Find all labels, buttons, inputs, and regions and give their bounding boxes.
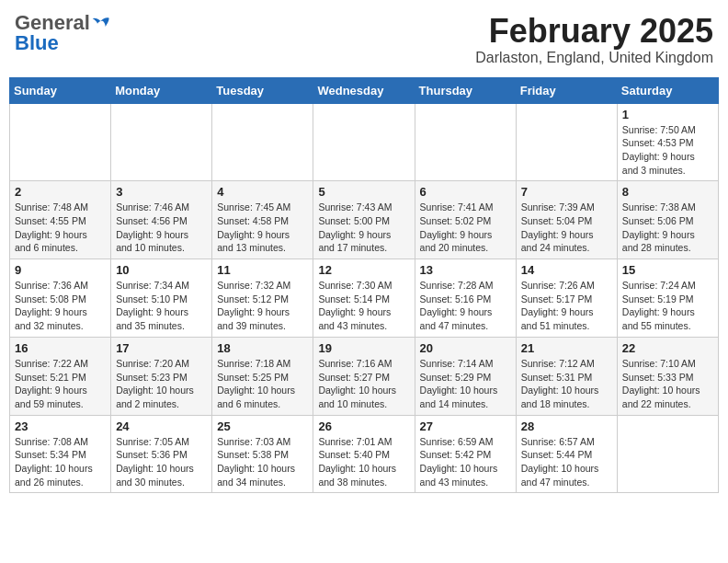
calendar-cell: 24Sunrise: 7:05 AM Sunset: 5:36 PM Dayli… xyxy=(111,415,212,493)
calendar-cell xyxy=(516,103,617,181)
day-info: Sunrise: 7:12 AM Sunset: 5:31 PM Dayligh… xyxy=(521,357,612,411)
weekday-header-friday: Friday xyxy=(516,77,617,103)
title-area: February 2025 Darlaston, England, United… xyxy=(475,13,713,66)
day-info: Sunrise: 7:24 AM Sunset: 5:19 PM Dayligh… xyxy=(622,279,713,333)
weekday-header-monday: Monday xyxy=(111,77,212,103)
day-info: Sunrise: 7:05 AM Sunset: 5:36 PM Dayligh… xyxy=(116,435,207,489)
calendar-cell: 6Sunrise: 7:41 AM Sunset: 5:02 PM Daylig… xyxy=(415,181,516,259)
day-number: 8 xyxy=(622,185,713,199)
weekday-header-saturday: Saturday xyxy=(617,77,718,103)
day-info: Sunrise: 7:46 AM Sunset: 4:56 PM Dayligh… xyxy=(116,201,207,255)
calendar-cell: 13Sunrise: 7:28 AM Sunset: 5:16 PM Dayli… xyxy=(415,259,516,338)
weekday-header-sunday: Sunday xyxy=(10,77,111,103)
calendar-cell: 14Sunrise: 7:26 AM Sunset: 5:17 PM Dayli… xyxy=(516,259,617,338)
calendar-week-5: 23Sunrise: 7:08 AM Sunset: 5:34 PM Dayli… xyxy=(10,415,719,493)
calendar-cell: 18Sunrise: 7:18 AM Sunset: 5:25 PM Dayli… xyxy=(212,337,313,415)
calendar-cell: 3Sunrise: 7:46 AM Sunset: 4:56 PM Daylig… xyxy=(111,181,212,259)
day-info: Sunrise: 7:34 AM Sunset: 5:10 PM Dayligh… xyxy=(116,279,207,333)
calendar-cell: 27Sunrise: 6:59 AM Sunset: 5:42 PM Dayli… xyxy=(415,415,516,493)
day-number: 18 xyxy=(217,341,308,355)
calendar-week-1: 1Sunrise: 7:50 AM Sunset: 4:53 PM Daylig… xyxy=(10,103,719,181)
calendar-cell xyxy=(111,103,212,181)
day-info: Sunrise: 7:16 AM Sunset: 5:27 PM Dayligh… xyxy=(318,357,409,411)
day-info: Sunrise: 7:18 AM Sunset: 5:25 PM Dayligh… xyxy=(217,357,308,411)
calendar-cell: 12Sunrise: 7:30 AM Sunset: 5:14 PM Dayli… xyxy=(313,259,415,338)
day-number: 20 xyxy=(420,341,511,355)
day-number: 23 xyxy=(15,419,106,433)
calendar-cell: 20Sunrise: 7:14 AM Sunset: 5:29 PM Dayli… xyxy=(415,337,516,415)
day-info: Sunrise: 7:30 AM Sunset: 5:14 PM Dayligh… xyxy=(318,279,409,333)
day-info: Sunrise: 7:20 AM Sunset: 5:23 PM Dayligh… xyxy=(116,357,207,411)
logo: General Blue xyxy=(15,13,110,53)
logo-general-text: General xyxy=(15,13,90,33)
day-info: Sunrise: 7:36 AM Sunset: 5:08 PM Dayligh… xyxy=(15,279,106,333)
calendar-cell: 2Sunrise: 7:48 AM Sunset: 4:55 PM Daylig… xyxy=(10,181,111,259)
day-number: 16 xyxy=(15,341,106,355)
calendar-cell: 8Sunrise: 7:38 AM Sunset: 5:06 PM Daylig… xyxy=(617,181,718,259)
day-info: Sunrise: 7:45 AM Sunset: 4:58 PM Dayligh… xyxy=(217,201,308,255)
day-number: 22 xyxy=(622,341,713,355)
calendar-cell: 28Sunrise: 6:57 AM Sunset: 5:44 PM Dayli… xyxy=(516,415,617,493)
day-number: 14 xyxy=(521,263,612,277)
day-number: 26 xyxy=(318,419,409,433)
calendar-cell: 1Sunrise: 7:50 AM Sunset: 4:53 PM Daylig… xyxy=(617,103,718,181)
logo-bird-icon xyxy=(92,16,110,30)
calendar-cell: 5Sunrise: 7:43 AM Sunset: 5:00 PM Daylig… xyxy=(313,181,415,259)
calendar-cell xyxy=(313,103,415,181)
calendar-cell: 11Sunrise: 7:32 AM Sunset: 5:12 PM Dayli… xyxy=(212,259,313,338)
day-info: Sunrise: 7:38 AM Sunset: 5:06 PM Dayligh… xyxy=(622,201,713,255)
day-number: 21 xyxy=(521,341,612,355)
day-number: 13 xyxy=(420,263,511,277)
day-number: 17 xyxy=(116,341,207,355)
calendar: SundayMondayTuesdayWednesdayThursdayFrid… xyxy=(9,77,719,494)
day-info: Sunrise: 7:43 AM Sunset: 5:00 PM Dayligh… xyxy=(318,201,409,255)
day-number: 28 xyxy=(521,419,612,433)
day-info: Sunrise: 7:10 AM Sunset: 5:33 PM Dayligh… xyxy=(622,357,713,411)
location-text: Darlaston, England, United Kingdom xyxy=(475,50,713,66)
day-number: 24 xyxy=(116,419,207,433)
calendar-week-3: 9Sunrise: 7:36 AM Sunset: 5:08 PM Daylig… xyxy=(10,259,719,338)
day-info: Sunrise: 7:26 AM Sunset: 5:17 PM Dayligh… xyxy=(521,279,612,333)
day-info: Sunrise: 7:48 AM Sunset: 4:55 PM Dayligh… xyxy=(15,201,106,255)
calendar-cell xyxy=(415,103,516,181)
weekday-header-thursday: Thursday xyxy=(415,77,516,103)
day-info: Sunrise: 7:50 AM Sunset: 4:53 PM Dayligh… xyxy=(622,123,713,178)
calendar-cell: 10Sunrise: 7:34 AM Sunset: 5:10 PM Dayli… xyxy=(111,259,212,338)
day-info: Sunrise: 6:59 AM Sunset: 5:42 PM Dayligh… xyxy=(420,435,511,489)
weekday-header-row: SundayMondayTuesdayWednesdayThursdayFrid… xyxy=(10,77,719,103)
calendar-cell: 19Sunrise: 7:16 AM Sunset: 5:27 PM Dayli… xyxy=(313,337,415,415)
calendar-cell: 23Sunrise: 7:08 AM Sunset: 5:34 PM Dayli… xyxy=(10,415,111,493)
calendar-cell: 7Sunrise: 7:39 AM Sunset: 5:04 PM Daylig… xyxy=(516,181,617,259)
calendar-cell: 21Sunrise: 7:12 AM Sunset: 5:31 PM Dayli… xyxy=(516,337,617,415)
calendar-cell: 15Sunrise: 7:24 AM Sunset: 5:19 PM Dayli… xyxy=(617,259,718,338)
day-number: 11 xyxy=(217,263,308,277)
day-number: 7 xyxy=(521,185,612,199)
day-info: Sunrise: 7:41 AM Sunset: 5:02 PM Dayligh… xyxy=(420,201,511,255)
day-number: 4 xyxy=(217,185,308,199)
day-number: 10 xyxy=(116,263,207,277)
calendar-cell: 22Sunrise: 7:10 AM Sunset: 5:33 PM Dayli… xyxy=(617,337,718,415)
weekday-header-tuesday: Tuesday xyxy=(212,77,313,103)
day-number: 9 xyxy=(15,263,106,277)
day-info: Sunrise: 6:57 AM Sunset: 5:44 PM Dayligh… xyxy=(521,435,612,489)
calendar-cell xyxy=(617,415,718,493)
logo-blue-text: Blue xyxy=(15,33,59,53)
day-info: Sunrise: 7:28 AM Sunset: 5:16 PM Dayligh… xyxy=(420,279,511,333)
month-title: February 2025 xyxy=(475,13,713,50)
calendar-cell: 9Sunrise: 7:36 AM Sunset: 5:08 PM Daylig… xyxy=(10,259,111,338)
day-number: 27 xyxy=(420,419,511,433)
day-info: Sunrise: 7:03 AM Sunset: 5:38 PM Dayligh… xyxy=(217,435,308,489)
day-number: 15 xyxy=(622,263,713,277)
calendar-cell: 25Sunrise: 7:03 AM Sunset: 5:38 PM Dayli… xyxy=(212,415,313,493)
day-number: 2 xyxy=(15,185,106,199)
calendar-cell: 4Sunrise: 7:45 AM Sunset: 4:58 PM Daylig… xyxy=(212,181,313,259)
day-number: 1 xyxy=(622,108,713,121)
weekday-header-wednesday: Wednesday xyxy=(313,77,415,103)
calendar-cell xyxy=(212,103,313,181)
day-info: Sunrise: 7:14 AM Sunset: 5:29 PM Dayligh… xyxy=(420,357,511,411)
day-info: Sunrise: 7:22 AM Sunset: 5:21 PM Dayligh… xyxy=(15,357,106,411)
header: General Blue February 2025 Darlaston, En… xyxy=(9,9,719,70)
day-number: 6 xyxy=(420,185,511,199)
calendar-cell: 17Sunrise: 7:20 AM Sunset: 5:23 PM Dayli… xyxy=(111,337,212,415)
day-info: Sunrise: 7:08 AM Sunset: 5:34 PM Dayligh… xyxy=(15,435,106,489)
